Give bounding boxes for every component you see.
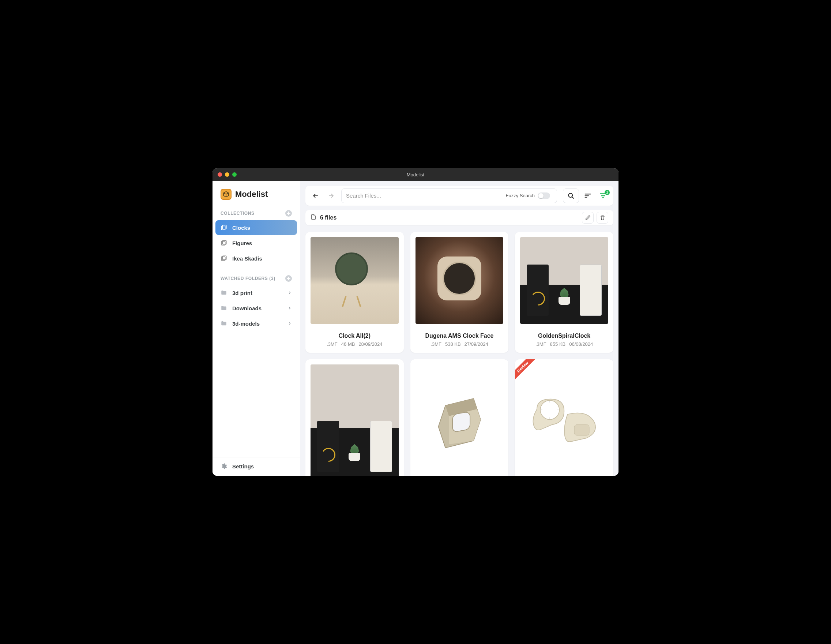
svg-point-6: [568, 193, 572, 197]
file-card[interactable]: Dugena AMS Clock Face .3MF 538 KB 27/09/…: [411, 232, 509, 353]
chevron-right-icon: [288, 305, 292, 311]
edit-button[interactable]: [582, 212, 594, 223]
collections-label: COLLECTIONS: [221, 211, 255, 216]
collections-list: Clocks Figures Ikea Skadis: [212, 219, 300, 268]
file-card[interactable]: [411, 359, 509, 476]
chevron-right-icon: [288, 320, 292, 327]
sidebar: Modelist COLLECTIONS Clocks: [212, 181, 300, 476]
collection-icon: [221, 224, 227, 231]
sidebar-item-label: Ikea Skadis: [232, 255, 262, 261]
card-meta: Dugena AMS Clock Face .3MF 538 KB 27/09/…: [411, 329, 509, 353]
sort-button[interactable]: [581, 189, 594, 202]
add-collection-button[interactable]: [285, 210, 292, 217]
zoom-window[interactable]: [232, 172, 237, 177]
card-title: GoldenSpiralClock: [519, 333, 609, 339]
content: Modelist COLLECTIONS Clocks: [212, 181, 619, 476]
sidebar-folder-3d-print[interactable]: 3d print: [215, 285, 297, 300]
close-window[interactable]: [218, 172, 222, 177]
fuzzy-label: Fuzzy Search: [506, 193, 535, 198]
sidebar-item-label: 3d-models: [232, 320, 259, 327]
file-icon: [310, 214, 316, 222]
card-ext: .3MF: [430, 341, 441, 347]
chevron-right-icon: [288, 290, 292, 296]
gear-icon: [221, 463, 227, 469]
thumbnail: [411, 359, 509, 476]
settings-label: Settings: [232, 463, 254, 469]
file-card[interactable]: Review: [515, 359, 613, 476]
svg-rect-7: [452, 412, 470, 432]
sidebar-item-figures[interactable]: Figures: [215, 236, 297, 250]
sidebar-item-clocks[interactable]: Clocks: [215, 220, 297, 235]
file-card[interactable]: [306, 359, 404, 476]
sidebar-footer: Settings: [212, 457, 300, 476]
summary-actions: [582, 212, 608, 223]
brand-icon: [221, 189, 231, 200]
thumbnail: [306, 359, 404, 476]
app-window: Modelist Modelist COLLECTIONS: [212, 168, 619, 476]
add-watched-folder-button[interactable]: [285, 275, 292, 282]
folder-icon: [221, 289, 227, 296]
watched-folders-list: 3d print Downloads: [212, 284, 300, 333]
card-title: Clock All(2): [310, 333, 400, 339]
thumbnail: [411, 232, 509, 329]
card-size: 46 MB: [341, 341, 355, 347]
thumbnail: [306, 232, 404, 329]
search-field-wrap: Fuzzy Search: [341, 188, 557, 203]
card-meta: Clock All(2) .3MF 46 MB 28/09/2024: [306, 329, 404, 353]
delete-button[interactable]: [597, 212, 608, 223]
search-input[interactable]: [346, 193, 506, 199]
card-date: 06/08/2024: [569, 341, 593, 347]
nav-back-button[interactable]: [309, 189, 322, 202]
brand-name: Modelist: [235, 190, 268, 199]
topbar: Fuzzy Search 1: [306, 186, 613, 206]
filter-badge: 1: [605, 190, 610, 195]
file-card[interactable]: Clock All(2) .3MF 46 MB 28/09/2024: [306, 232, 404, 353]
folder-icon: [221, 305, 227, 311]
card-ext: .3MF: [326, 341, 337, 347]
files-grid: Clock All(2) .3MF 46 MB 28/09/2024 D: [300, 225, 619, 476]
titlebar: Modelist: [212, 168, 619, 181]
watched-folders-header: WATCHED FOLDERS (3): [212, 273, 300, 284]
main: Fuzzy Search 1 6 f: [300, 181, 619, 476]
minimize-window[interactable]: [225, 172, 229, 177]
search-submit-button[interactable]: [563, 188, 579, 203]
sidebar-item-ikea-skadis[interactable]: Ikea Skadis: [215, 251, 297, 266]
svg-rect-13: [575, 425, 590, 436]
file-count: 6 files: [320, 214, 336, 221]
card-size: 538 KB: [445, 341, 461, 347]
collections-header: COLLECTIONS: [212, 208, 300, 219]
collection-icon: [221, 255, 227, 261]
card-size: 855 KB: [550, 341, 566, 347]
card-date: 28/09/2024: [358, 341, 382, 347]
card-meta: GoldenSpiralClock .3MF 855 KB 06/08/2024: [515, 329, 613, 353]
fuzzy-toggle[interactable]: [538, 193, 550, 199]
thumbnail: [515, 359, 613, 476]
brand: Modelist: [212, 181, 300, 206]
traffic-lights: [218, 172, 237, 177]
summary-bar: 6 files: [306, 210, 613, 225]
collection-icon: [221, 240, 227, 246]
svg-point-8: [541, 401, 560, 420]
card-ext: .3MF: [535, 341, 546, 347]
nav-forward-button[interactable]: [325, 189, 337, 202]
fuzzy-search-control: Fuzzy Search: [506, 193, 550, 199]
sidebar-item-label: Downloads: [232, 305, 261, 311]
card-title: Dugena AMS Clock Face: [415, 333, 505, 339]
card-date: 27/09/2024: [465, 341, 488, 347]
thumbnail: [515, 232, 613, 329]
settings-button[interactable]: Settings: [215, 459, 297, 473]
window-title: Modelist: [212, 172, 619, 177]
sidebar-item-label: 3d print: [232, 290, 252, 296]
folder-icon: [221, 320, 227, 327]
file-card[interactable]: GoldenSpiralClock .3MF 855 KB 06/08/2024: [515, 232, 613, 353]
sidebar-item-label: Clocks: [232, 225, 250, 231]
sidebar-folder-downloads[interactable]: Downloads: [215, 301, 297, 316]
watched-folders-label: WATCHED FOLDERS (3): [221, 276, 275, 281]
sidebar-folder-3d-models[interactable]: 3d-models: [215, 316, 297, 331]
sidebar-item-label: Figures: [232, 240, 252, 246]
filter-button[interactable]: 1: [597, 189, 610, 202]
